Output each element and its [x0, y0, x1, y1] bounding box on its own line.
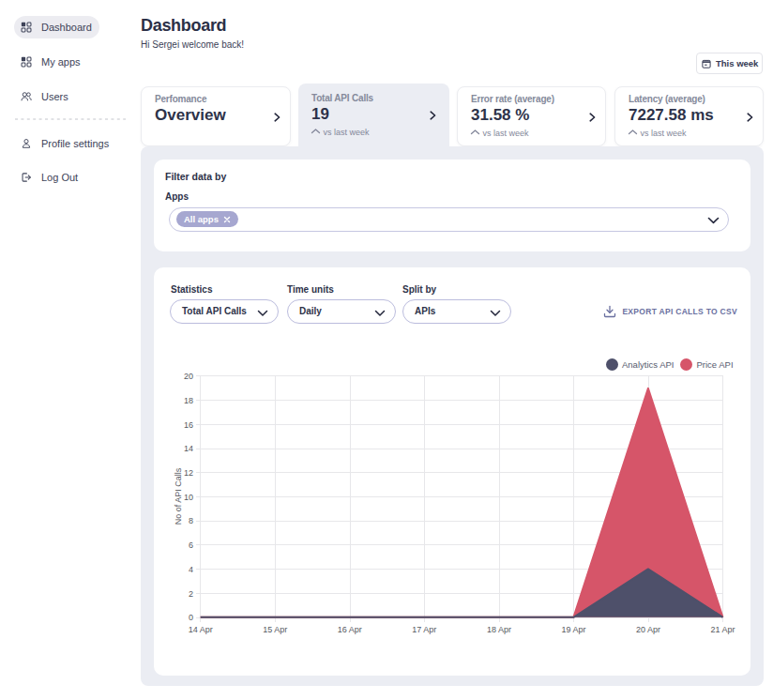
svg-text:14: 14 — [184, 444, 193, 453]
svg-text:19 Apr: 19 Apr — [561, 625, 585, 634]
svg-text:16 Apr: 16 Apr — [338, 625, 362, 634]
svg-text:15 Apr: 15 Apr — [263, 625, 287, 634]
svg-text:20 Apr: 20 Apr — [636, 625, 660, 634]
svg-text:10: 10 — [184, 493, 193, 502]
svg-text:6: 6 — [189, 540, 193, 550]
svg-text:4: 4 — [189, 565, 193, 574]
svg-text:21 Apr: 21 Apr — [710, 625, 735, 634]
svg-text:2: 2 — [189, 589, 193, 599]
svg-text:14 Apr: 14 Apr — [189, 625, 213, 634]
svg-text:12: 12 — [184, 468, 193, 478]
svg-text:20: 20 — [184, 372, 193, 381]
svg-text:18: 18 — [184, 396, 193, 405]
svg-text:18 Apr: 18 Apr — [487, 625, 511, 634]
svg-text:No of API Calls: No of API Calls — [174, 467, 183, 525]
svg-text:0: 0 — [189, 613, 193, 622]
svg-text:16: 16 — [184, 420, 193, 430]
svg-text:17 Apr: 17 Apr — [412, 625, 436, 634]
svg-text:8: 8 — [189, 516, 193, 525]
